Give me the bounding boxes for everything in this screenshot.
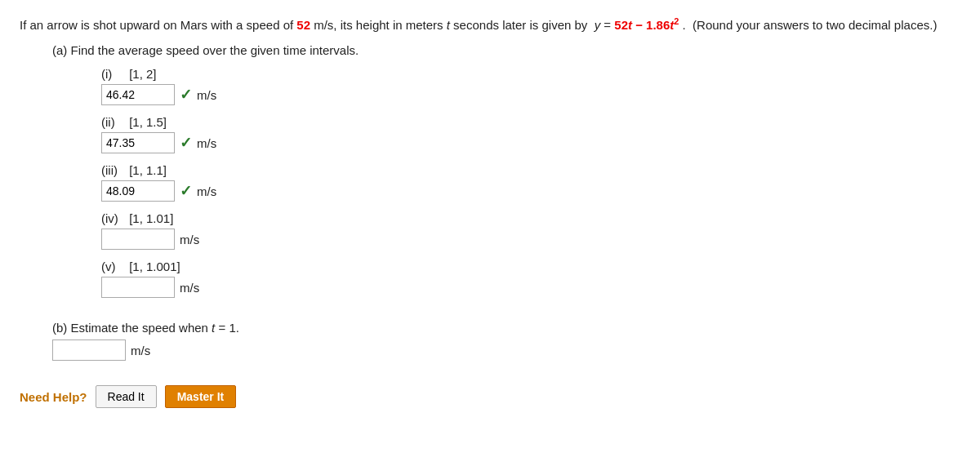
interval-ii: [1, 1.5] [129, 115, 167, 129]
speed-value: 52 [296, 18, 310, 32]
interval-label-iv: (iv) [1, 1.01] [101, 211, 960, 225]
input-row-i: ✓ m/s [101, 84, 960, 105]
unit-b: m/s [131, 344, 150, 357]
read-it-button[interactable]: Read It [96, 385, 157, 408]
equation: y = 52t − 1.86t2 [595, 18, 683, 32]
unit-ii: m/s [197, 136, 216, 150]
input-row-v: m/s [101, 277, 960, 298]
input-row-ii: ✓ m/s [101, 132, 960, 153]
unit-v: m/s [180, 281, 199, 295]
roman-ii: (ii) [101, 115, 126, 129]
part-b: (b) Estimate the speed when t = 1. m/s [52, 321, 960, 361]
roman-iv: (iv) [101, 211, 126, 225]
answer-input-ii[interactable] [101, 132, 175, 153]
part-b-input-row: m/s [52, 340, 960, 361]
interval-group-i: (i) [1, 2] ✓ m/s [101, 67, 960, 105]
interval-iii: [1, 1.1] [129, 163, 167, 177]
unit-iv: m/s [180, 233, 199, 246]
need-help-row: Need Help? Read It Master It [20, 385, 960, 408]
roman-i: (i) [101, 67, 126, 81]
var-t: t [447, 18, 450, 32]
part-a: (a) Find the average speed over the give… [52, 43, 960, 298]
interval-v: [1, 1.001] [129, 260, 180, 273]
interval-group-ii: (ii) [1, 1.5] ✓ m/s [101, 115, 960, 153]
answer-input-b[interactable] [52, 340, 126, 361]
interval-group-iii: (iii) [1, 1.1] ✓ m/s [101, 163, 960, 202]
answer-input-i[interactable] [101, 84, 175, 105]
roman-iii: (iii) [101, 163, 126, 177]
input-row-iii: ✓ m/s [101, 180, 960, 202]
input-row-iv: m/s [101, 229, 960, 250]
interval-label-iii: (iii) [1, 1.1] [101, 163, 960, 177]
checkmark-iii: ✓ [180, 182, 192, 200]
interval-group-v: (v) [1, 1.001] m/s [101, 260, 960, 298]
answer-input-iv[interactable] [101, 229, 175, 250]
checkmark-ii: ✓ [180, 134, 192, 152]
unit-i: m/s [197, 88, 216, 102]
answer-input-v[interactable] [101, 277, 175, 298]
interval-iv: [1, 1.01] [129, 211, 173, 225]
answer-input-iii[interactable] [101, 180, 175, 202]
problem-statement: If an arrow is shot upward on Mars with … [20, 15, 960, 35]
unit-iii: m/s [197, 184, 216, 198]
part-a-label: (a) Find the average speed over the give… [52, 43, 960, 57]
master-it-button[interactable]: Master It [165, 385, 237, 408]
checkmark-i: ✓ [180, 86, 192, 104]
interval-label-v: (v) [1, 1.001] [101, 260, 960, 273]
part-b-label: (b) Estimate the speed when t = 1. [52, 321, 960, 335]
roman-v: (v) [101, 260, 126, 273]
need-help-label: Need Help? [20, 390, 87, 404]
interval-i: [1, 2] [129, 67, 156, 81]
interval-label-i: (i) [1, 2] [101, 67, 960, 81]
interval-group-iv: (iv) [1, 1.01] m/s [101, 211, 960, 250]
interval-label-ii: (ii) [1, 1.5] [101, 115, 960, 129]
